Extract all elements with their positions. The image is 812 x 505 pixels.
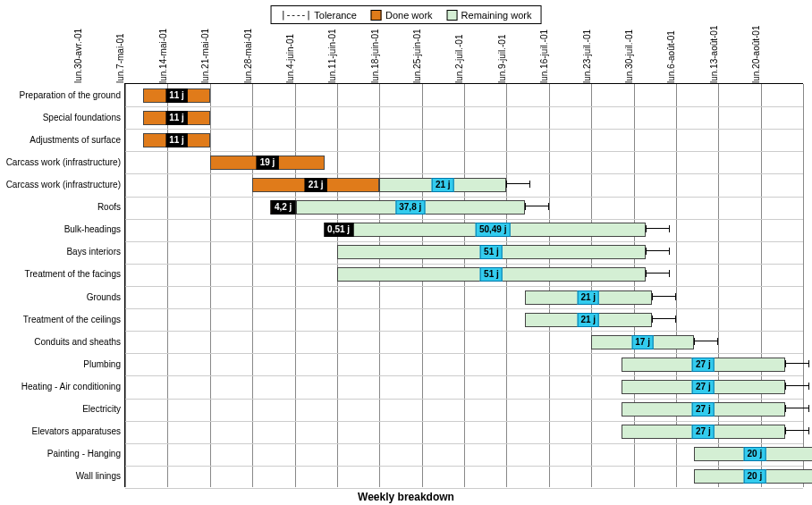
done-swatch (371, 10, 382, 21)
gridline-horizontal (125, 443, 803, 444)
tolerance-whisker (646, 273, 670, 276)
legend-tolerance-label: Tolerance (314, 10, 357, 21)
tolerance-whisker (506, 183, 530, 187)
remaining-duration-label: 17 j (631, 335, 654, 349)
tolerance-whisker (785, 430, 809, 433)
tolerance-whisker (525, 206, 549, 209)
gridline-horizontal (125, 241, 803, 242)
task-bar: 17 j (125, 335, 803, 349)
legend-done-label: Done work (385, 10, 433, 21)
task-label: Treatment of the ceilings (23, 314, 121, 324)
remaining-duration-label: 51 j (480, 245, 503, 259)
legend-remaining-label: Remaining work (461, 10, 532, 21)
x-axis: lun.30-avr.-01lun.7-mai-01lun.14-mai-01l… (125, 31, 803, 83)
done-duration-label: 21 j (305, 178, 327, 192)
tolerance-whisker (652, 318, 676, 322)
task-bar: 27 j (125, 358, 803, 372)
task-bar: 27 j (125, 425, 803, 439)
task-bar: 20 j (125, 447, 803, 461)
task-label: Heating - Air conditioning (21, 382, 121, 391)
remaining-duration-label: 21 j (577, 290, 599, 305)
gantt-chart: |----| Tolerance Done work Remaining wor… (0, 0, 812, 505)
remaining-duration-label: 21 j (432, 178, 454, 192)
remaining-duration-label: 27 j (692, 380, 715, 394)
remaining-duration-label: 20 j (744, 447, 766, 461)
gridline-horizontal (125, 488, 803, 489)
tolerance-whisker (785, 363, 809, 366)
gridline-horizontal (125, 219, 803, 220)
done-duration-label: 4,2 j (271, 200, 295, 215)
task-bar: 20 j (125, 469, 803, 484)
task-label: Carcass work (infrastructure) (6, 180, 121, 189)
gridline-horizontal (125, 308, 803, 309)
task-label: Painting - Hanging (47, 449, 121, 459)
legend-done: Done work (371, 10, 433, 21)
task-bar: 27 j (125, 380, 803, 394)
chart-area: 11 j11 j11 j19 j21 j21 j4,2 j37,8 j0,51 … (125, 83, 803, 487)
task-label: Roofs (97, 202, 121, 212)
tolerance-whisker (785, 385, 809, 389)
remaining-duration-label: 37,8 j (395, 200, 425, 215)
y-axis-labels: Preparation of the groundSpecial foundat… (0, 83, 125, 487)
gridline-horizontal (125, 151, 803, 152)
task-bar: 4,2 j37,8 j (125, 200, 803, 215)
remaining-duration-label: 27 j (692, 358, 715, 372)
gridline-horizontal (125, 197, 803, 198)
gridline-horizontal (125, 466, 803, 467)
task-bar: 27 j (125, 402, 803, 417)
task-label: Treatment of the facings (25, 269, 121, 279)
remaining-duration-label: 27 j (692, 425, 715, 439)
tolerance-sample: |----| (281, 9, 311, 21)
task-label: Carcass work (infrastructure) (6, 156, 121, 166)
x-tick: lun.20-août-01 (751, 26, 803, 84)
gridline-horizontal (125, 331, 803, 332)
task-label: Grounds (87, 291, 121, 301)
task-bar: 11 j (125, 88, 803, 103)
task-label: Electricity (82, 404, 121, 414)
done-duration-label: 11 j (165, 111, 188, 125)
task-bar: 51 j (125, 245, 803, 259)
task-label: Special foundations (43, 112, 121, 122)
plot-area: Preparation of the groundSpecial foundat… (0, 83, 803, 487)
done-duration-label: 0,51 j (324, 223, 353, 237)
remaining-duration-label: 21 j (577, 313, 599, 327)
task-bar: 51 j (125, 267, 803, 282)
task-label: Preparation of the ground (20, 89, 121, 99)
remaining-duration-label: 51 j (480, 267, 503, 282)
done-duration-label: 11 j (165, 133, 188, 147)
tolerance-whisker (694, 341, 718, 344)
tolerance-whisker (646, 228, 670, 231)
remaining-duration-label: 50,49 j (476, 223, 511, 237)
done-duration-label: 11 j (165, 88, 188, 103)
gridline-horizontal (125, 399, 803, 400)
x-axis-title: Weekly breakdown (358, 491, 454, 503)
task-bar: 21 j (125, 290, 803, 305)
task-bar: 21 j21 j (125, 178, 803, 192)
task-bar: 11 j (125, 133, 803, 147)
done-duration-label: 19 j (257, 156, 279, 170)
task-label: Bulk-headings (64, 224, 121, 234)
gridline-horizontal (125, 106, 803, 107)
gridline-horizontal (125, 264, 803, 265)
remaining-duration-label: 20 j (744, 469, 766, 484)
task-label: Wall linings (76, 471, 121, 481)
task-label: Conduits and sheaths (34, 336, 121, 346)
task-label: Plumbing (83, 358, 121, 368)
gridline-horizontal (125, 421, 803, 422)
gridline-horizontal (125, 173, 803, 174)
remaining-duration-label: 27 j (692, 402, 715, 417)
gridline-horizontal (125, 129, 803, 130)
legend: |----| Tolerance Done work Remaining wor… (271, 5, 542, 24)
task-bar: 0,51 j50,49 j (125, 223, 803, 237)
tolerance-whisker (646, 250, 670, 254)
task-label: Elevators apparatuses (31, 426, 121, 436)
legend-remaining: Remaining work (447, 10, 532, 21)
tolerance-whisker (652, 296, 676, 299)
legend-tolerance: |----| Tolerance (281, 9, 357, 21)
gridline-horizontal (125, 375, 803, 376)
remaining-swatch (447, 10, 458, 21)
task-bar: 19 j (125, 156, 803, 170)
task-label: Adjustments of surface (30, 134, 121, 144)
gridline-horizontal (125, 353, 803, 354)
gridline-horizontal (125, 286, 803, 287)
